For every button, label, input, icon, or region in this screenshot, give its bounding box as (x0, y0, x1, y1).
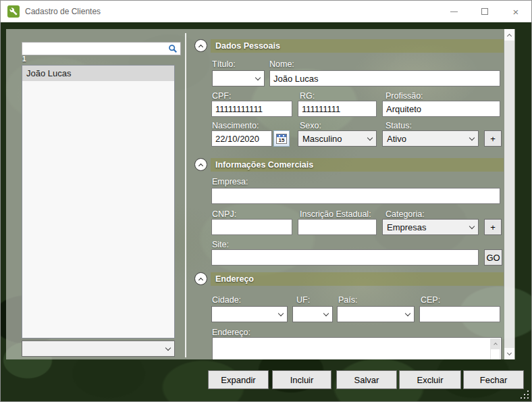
resize-grip[interactable] (521, 391, 529, 399)
sexo-combobox[interactable]: Masculino (298, 130, 377, 147)
app-window: Cadastro de Clientes × 1 João Lucas Dado… (0, 0, 532, 402)
pais-label: País: (338, 295, 358, 305)
chevron-up-icon (494, 343, 498, 347)
section-title: Dados Pessoais (211, 41, 280, 51)
uf-label: UF: (296, 295, 310, 305)
cep-label: CEP: (421, 295, 440, 305)
site-label: Site: (212, 240, 229, 249)
maximize-icon (481, 8, 488, 15)
list-item[interactable]: João Lucas (22, 66, 174, 81)
section-header-address: Endereço (211, 272, 504, 286)
nascimento-input[interactable] (211, 130, 272, 147)
endereco-textarea[interactable] (212, 337, 502, 359)
cpf-input[interactable] (211, 101, 292, 117)
chevron-down-icon (255, 74, 261, 80)
panel-divider (185, 33, 186, 357)
fechar-button[interactable]: Fechar (463, 370, 524, 389)
maximize-button[interactable] (469, 1, 500, 22)
empresa-input[interactable] (211, 188, 500, 204)
section-title: Informações Comerciais (211, 160, 313, 170)
profissao-label: Profissão: (385, 91, 423, 101)
cnpj-input[interactable] (211, 219, 292, 235)
cidade-combobox[interactable] (211, 306, 288, 322)
collapse-address-button[interactable] (194, 272, 207, 285)
cnpj-label: CNPJ: (212, 209, 236, 219)
close-button[interactable]: × (500, 1, 531, 22)
window-controls: × (438, 1, 531, 22)
endereco-textarea-clip (212, 337, 502, 359)
chevron-up-icon (198, 44, 203, 49)
collapse-personal-button[interactable] (194, 39, 207, 52)
cpf-label: CPF: (212, 91, 231, 101)
textarea-scroll-up-button[interactable] (490, 338, 500, 349)
section-title: Endereço (211, 274, 254, 284)
titulo-combobox[interactable] (212, 70, 265, 86)
chevron-down-icon (367, 134, 373, 140)
nome-label: Nome: (269, 59, 294, 69)
title-bar: Cadastro de Clientes × (1, 1, 531, 22)
add-status-button[interactable]: + (484, 130, 502, 147)
search-icon[interactable] (168, 44, 178, 53)
textarea-scroll-thumb[interactable] (491, 349, 500, 359)
nascimento-label: Nascimento: (212, 121, 259, 130)
add-categoria-button[interactable]: + (484, 219, 502, 235)
endereco-label: Endereço: (212, 328, 250, 337)
cep-input[interactable] (419, 306, 500, 322)
search-box (22, 42, 181, 55)
minimize-icon (450, 11, 458, 12)
minimize-button[interactable] (438, 1, 469, 22)
vertical-scrollbar[interactable] (504, 29, 514, 359)
status-combobox[interactable]: Ativo (382, 130, 479, 147)
titulo-label: Título: (212, 59, 236, 69)
uf-combobox[interactable] (292, 306, 333, 322)
textarea-scrollbar[interactable] (490, 338, 500, 359)
calendar-icon: 15 (276, 134, 287, 144)
incluir-button[interactable]: Incluir (272, 370, 331, 389)
pais-combobox[interactable] (337, 306, 415, 322)
chevron-down-icon (278, 310, 284, 316)
chevron-down-icon (165, 345, 171, 350)
calendar-button[interactable]: 15 (273, 130, 290, 147)
empresa-label: Empresa: (212, 177, 248, 186)
expandir-button[interactable]: Expandir (208, 370, 269, 389)
salvar-button[interactable]: Salvar (336, 370, 397, 389)
chevron-down-icon (469, 223, 475, 228)
cidade-label: Cidade: (212, 295, 241, 305)
sexo-label: Sexo: (300, 121, 321, 130)
chevron-down-icon (405, 310, 410, 316)
nome-input[interactable] (269, 70, 500, 86)
wrench-icon (7, 5, 20, 18)
client-list[interactable]: João Lucas (22, 65, 175, 338)
result-count: 1 (22, 55, 26, 63)
categoria-label: Categoria: (385, 209, 425, 219)
scroll-down-button[interactable] (504, 348, 514, 359)
section-header-commercial: Informações Comerciais (211, 158, 504, 172)
chevron-down-icon (507, 350, 512, 355)
chevron-down-icon (323, 310, 329, 316)
section-header-personal: Dados Pessoais (211, 39, 504, 53)
chevron-down-icon (469, 134, 475, 140)
collapse-commercial-button[interactable] (194, 158, 207, 171)
excluir-button[interactable]: Excluir (399, 370, 461, 389)
chevron-up-icon (198, 163, 203, 168)
go-button[interactable]: GO (484, 249, 502, 266)
window-title: Cadastro de Clientes (25, 1, 101, 22)
close-icon: × (513, 7, 519, 17)
clients-combobox[interactable] (22, 341, 175, 357)
chevron-up-icon (507, 33, 512, 38)
status-label: Status: (385, 121, 412, 130)
search-input[interactable] (22, 42, 181, 55)
categoria-combobox[interactable]: Empresas (382, 219, 479, 235)
rg-label: RG: (300, 91, 315, 101)
site-input[interactable] (211, 249, 479, 266)
profissao-input[interactable] (382, 101, 500, 117)
scroll-up-button[interactable] (504, 29, 514, 41)
inscricao-estadual-label: Inscrição Estadual: (300, 209, 371, 219)
chevron-up-icon (198, 277, 203, 282)
inscricao-estadual-input[interactable] (298, 219, 377, 235)
rg-input[interactable] (298, 101, 377, 117)
